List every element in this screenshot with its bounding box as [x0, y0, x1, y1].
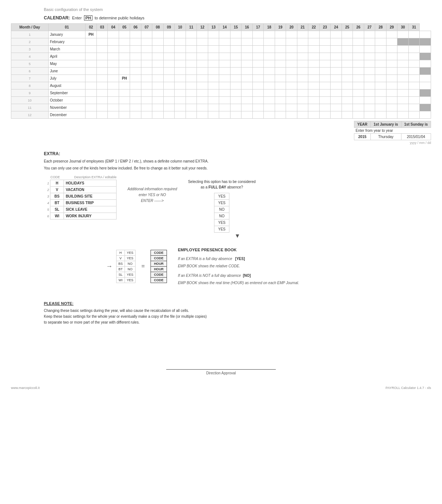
- day-cell-31[interactable]: [420, 104, 431, 111]
- day-cell-2[interactable]: [96, 38, 108, 46]
- day-cell-19[interactable]: [286, 38, 297, 46]
- day-cell-6[interactable]: [141, 75, 152, 82]
- day-cell-28[interactable]: [386, 97, 397, 104]
- day-cell-15[interactable]: [241, 68, 253, 75]
- day-cell-29[interactable]: [397, 111, 409, 119]
- day-cell-13[interactable]: [219, 75, 230, 82]
- day-cell-21[interactable]: [308, 60, 320, 68]
- day-cell-31[interactable]: [420, 89, 431, 97]
- day-cell-11[interactable]: [197, 68, 208, 75]
- day-cell-11[interactable]: [197, 82, 208, 89]
- day-cell-25[interactable]: [353, 104, 364, 111]
- day-cell-14[interactable]: [230, 97, 241, 104]
- day-cell-11[interactable]: [197, 111, 208, 119]
- yes-no-cell[interactable]: YES: [214, 219, 229, 226]
- day-cell-16[interactable]: [252, 97, 264, 104]
- day-cell-4[interactable]: [119, 60, 130, 68]
- day-cell-2[interactable]: [96, 46, 108, 53]
- day-cell-18[interactable]: [275, 104, 286, 111]
- day-cell-3[interactable]: [108, 31, 119, 38]
- day-cell-30[interactable]: [408, 31, 420, 38]
- day-cell-8[interactable]: [163, 38, 175, 46]
- day-cell-8[interactable]: [163, 97, 175, 104]
- day-cell-10[interactable]: [186, 53, 197, 60]
- day-cell-24[interactable]: [342, 75, 353, 82]
- day-cell-27[interactable]: [375, 97, 386, 104]
- day-cell-15[interactable]: [241, 104, 253, 111]
- day-cell-28[interactable]: [386, 53, 397, 60]
- day-cell-9[interactable]: [175, 53, 186, 60]
- day-cell-29[interactable]: [397, 75, 409, 82]
- day-cell-13[interactable]: [219, 31, 230, 38]
- day-cell-6[interactable]: [141, 60, 152, 68]
- day-cell-6[interactable]: [141, 82, 152, 89]
- day-cell-20[interactable]: [297, 38, 308, 46]
- day-cell-1[interactable]: PH: [85, 31, 97, 38]
- day-cell-15[interactable]: [241, 38, 253, 46]
- day-cell-4[interactable]: [119, 38, 130, 46]
- day-cell-6[interactable]: [141, 89, 152, 97]
- day-cell-27[interactable]: [375, 31, 386, 38]
- day-cell-17[interactable]: [264, 104, 275, 111]
- day-cell-6[interactable]: [141, 68, 152, 75]
- day-cell-27[interactable]: [375, 75, 386, 82]
- day-cell-24[interactable]: [342, 111, 353, 119]
- day-cell-8[interactable]: [163, 111, 175, 119]
- day-cell-23[interactable]: [331, 104, 342, 111]
- day-cell-14[interactable]: [230, 89, 241, 97]
- yes-no-cell[interactable]: NO: [214, 206, 229, 213]
- day-cell-30[interactable]: [408, 111, 420, 119]
- day-cell-26[interactable]: [364, 97, 375, 104]
- day-cell-6[interactable]: [141, 104, 152, 111]
- day-cell-17[interactable]: [264, 82, 275, 89]
- day-cell-10[interactable]: [186, 68, 197, 75]
- day-cell-8[interactable]: [163, 53, 175, 60]
- day-cell-5[interactable]: [130, 53, 141, 60]
- day-cell-15[interactable]: [241, 82, 253, 89]
- day-cell-22[interactable]: [319, 75, 331, 82]
- day-cell-28[interactable]: [386, 68, 397, 75]
- day-cell-21[interactable]: [308, 89, 320, 97]
- day-cell-26[interactable]: [364, 53, 375, 60]
- day-cell-9[interactable]: [175, 104, 186, 111]
- day-cell-14[interactable]: [230, 75, 241, 82]
- day-cell-12[interactable]: [208, 89, 219, 97]
- day-cell-8[interactable]: [163, 68, 175, 75]
- day-cell-2[interactable]: [96, 111, 108, 119]
- day-cell-2[interactable]: [96, 31, 108, 38]
- day-cell-9[interactable]: [175, 38, 186, 46]
- day-cell-23[interactable]: [331, 31, 342, 38]
- day-cell-29[interactable]: [397, 60, 409, 68]
- day-cell-11[interactable]: [197, 97, 208, 104]
- day-cell-7[interactable]: [152, 46, 164, 53]
- day-cell-13[interactable]: [219, 89, 230, 97]
- day-cell-9[interactable]: [175, 31, 186, 38]
- day-cell-13[interactable]: [219, 82, 230, 89]
- day-cell-4[interactable]: [119, 68, 130, 75]
- day-cell-17[interactable]: [264, 53, 275, 60]
- day-cell-19[interactable]: [286, 46, 297, 53]
- day-cell-28[interactable]: [386, 46, 397, 53]
- day-cell-24[interactable]: [342, 60, 353, 68]
- day-cell-18[interactable]: [275, 89, 286, 97]
- day-cell-28[interactable]: [386, 89, 397, 97]
- day-cell-20[interactable]: [297, 75, 308, 82]
- day-cell-12[interactable]: [208, 53, 219, 60]
- day-cell-16[interactable]: [252, 68, 264, 75]
- day-cell-19[interactable]: [286, 68, 297, 75]
- day-cell-26[interactable]: [364, 89, 375, 97]
- day-cell-12[interactable]: [208, 68, 219, 75]
- day-cell-29[interactable]: [397, 104, 409, 111]
- day-cell-15[interactable]: [241, 60, 253, 68]
- day-cell-7[interactable]: [152, 111, 164, 119]
- day-cell-7[interactable]: [152, 97, 164, 104]
- day-cell-3[interactable]: [108, 104, 119, 111]
- day-cell-13[interactable]: [219, 53, 230, 60]
- day-cell-6[interactable]: [141, 31, 152, 38]
- day-cell-14[interactable]: [230, 68, 241, 75]
- day-cell-15[interactable]: [241, 97, 253, 104]
- day-cell-11[interactable]: [197, 46, 208, 53]
- day-cell-1[interactable]: [85, 82, 97, 89]
- day-cell-25[interactable]: [353, 75, 364, 82]
- day-cell-21[interactable]: [308, 53, 320, 60]
